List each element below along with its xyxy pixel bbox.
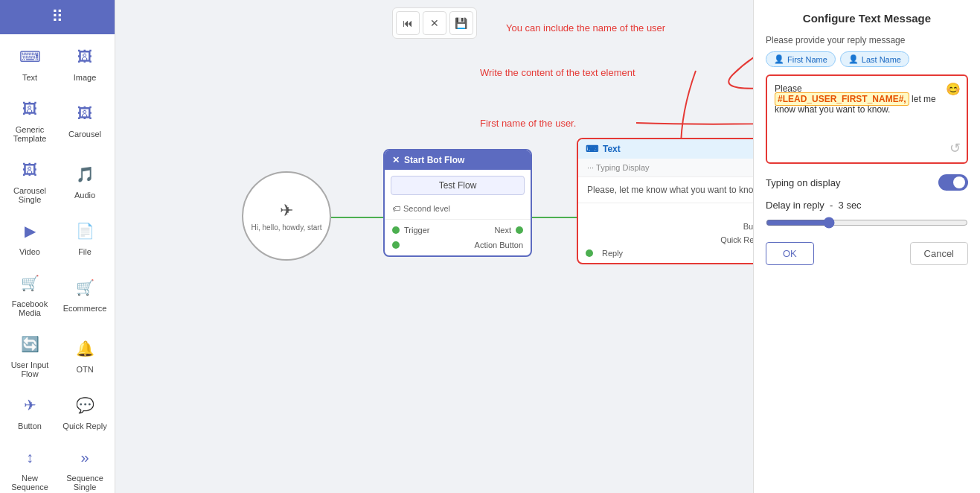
- tag-row: 👤 First Name 👤 Last Name: [766, 51, 968, 67]
- quick-reply-icon: 💬: [71, 392, 98, 419]
- sidebar-item-user-input-flow[interactable]: 🔄 User Input Flow: [3, 325, 57, 384]
- bot-flow-subtitle: 🏷 Second level: [385, 201, 531, 219]
- audio-icon: 🎵: [71, 161, 98, 188]
- delay-row: Delay in reply - 3 sec: [766, 200, 968, 211]
- sidebar-item-otn[interactable]: 🔔 OTN: [58, 325, 112, 384]
- sidebar-header: ⠿: [0, 0, 115, 34]
- grid-icon: ⠿: [51, 7, 63, 27]
- text-icon: ⌨: [16, 43, 43, 70]
- start-node[interactable]: ✈ Hi, hello, howdy, start: [242, 171, 331, 261]
- emoji-button[interactable]: 😊: [946, 82, 961, 96]
- video-icon: ▶: [16, 217, 43, 244]
- message-box[interactable]: 😊 Please #LEAD_USER_FIRST_NAME#, let me …: [766, 74, 968, 164]
- refresh-button[interactable]: ↺: [949, 140, 961, 156]
- text-node-content: Please, let me know what you want to kno…: [578, 177, 753, 203]
- facebook-media-icon: 🛒: [16, 270, 43, 296]
- sidebar-item-generic-template[interactable]: 🖼 Generic Template: [3, 89, 57, 149]
- image-icon: 🖼: [71, 43, 98, 70]
- bot-flow-icon: ✕: [392, 155, 400, 165]
- sidebar-item-carousel[interactable]: 🖼 Carousel: [58, 89, 112, 149]
- text-node-icon: ⌨: [586, 144, 598, 154]
- sidebar-item-facebook-media[interactable]: 🛒 Facebook Media: [3, 264, 57, 323]
- toolbar-save-btn[interactable]: 💾: [449, 11, 473, 35]
- sidebar-grid: ⌨ Text 🖼 Image 🖼 Generic Template 🖼 Caro…: [0, 34, 115, 493]
- text-node-ports: Next Buttons Quick Replies Reply: [578, 203, 753, 263]
- sidebar-item-button[interactable]: ✈ Button: [3, 386, 57, 436]
- canvas-toolbar: ⏮ ✕ 💾: [392, 7, 477, 39]
- typing-toggle[interactable]: [938, 174, 968, 191]
- sidebar-item-audio[interactable]: 🎵 Audio: [58, 150, 112, 210]
- bot-flow-title: Test Flow: [391, 176, 525, 195]
- text-node-port-quick-replies: Quick Replies: [578, 233, 753, 246]
- canvas: ⏮ ✕ 💾 You can include the name of the us…: [115, 0, 753, 493]
- text-node-port-reply: Reply: [578, 246, 753, 260]
- bot-flow-node[interactable]: ✕ Start Bot Flow Test Flow 🏷 Second leve…: [383, 149, 532, 257]
- plane-icon: ✈: [280, 201, 293, 220]
- text-node-typing: ··· Typing Display 3 sec: [578, 159, 753, 177]
- sidebar-item-file[interactable]: 📄 File: [58, 211, 112, 262]
- bot-flow-port-trigger: Trigger Next: [385, 223, 531, 238]
- action-dot: [392, 241, 400, 249]
- generic-template-icon: 🖼: [16, 95, 43, 122]
- ecommerce-icon: 🛒: [71, 274, 98, 301]
- sidebar-item-new-sequence[interactable]: ↕ New Sequence: [3, 438, 57, 493]
- otn-icon: 🔔: [71, 335, 98, 362]
- sidebar-item-sequence-single[interactable]: » Sequence Single: [58, 438, 112, 493]
- next-dot: [516, 226, 523, 234]
- toggle-row: Typing on display: [766, 174, 968, 191]
- right-panel: Configure Text Message Please provide yo…: [753, 0, 980, 493]
- cancel-button[interactable]: Cancel: [910, 242, 968, 265]
- panel-title: Configure Text Message: [766, 12, 968, 25]
- delay-label: Delay in reply: [766, 200, 824, 211]
- typing-label: Typing on display: [766, 177, 840, 188]
- sidebar: ⠿ ⌨ Text 🖼 Image 🖼 Generic Template 🖼 Ca…: [0, 0, 115, 493]
- delay-value: 3 sec: [839, 200, 862, 211]
- sidebar-item-video[interactable]: ▶ Video: [3, 211, 57, 262]
- text-node-port-buttons: Buttons: [578, 220, 753, 233]
- person-icon2: 👤: [848, 54, 859, 64]
- panel-buttons: OK Cancel: [766, 242, 968, 265]
- trigger-dot: [392, 226, 400, 234]
- annotation-name: You can include the name of the user: [506, 22, 665, 34]
- ok-button[interactable]: OK: [766, 242, 814, 265]
- sidebar-item-ecommerce[interactable]: 🛒 Ecommerce: [58, 264, 112, 323]
- toolbar-close-btn[interactable]: ✕: [423, 11, 446, 35]
- delay-slider[interactable]: [766, 217, 968, 229]
- annotation-content: Write the content of the text element: [480, 67, 635, 78]
- text-node[interactable]: ⌨ Text ··· Typing Display 3 sec Please, …: [577, 138, 753, 264]
- sequence-single-icon: »: [71, 444, 98, 471]
- sidebar-item-quick-reply[interactable]: 💬 Quick Reply: [58, 386, 112, 436]
- tag-last-name[interactable]: 👤 Last Name: [840, 51, 909, 67]
- carousel-single-icon: 🖼: [16, 156, 43, 183]
- reply-label: Please provide your reply message: [766, 35, 968, 45]
- reply-port-dot: [586, 249, 593, 257]
- annotation-firstname: First name of the user.: [480, 118, 576, 129]
- sidebar-item-image[interactable]: 🖼 Image: [58, 37, 112, 88]
- text-node-header: ⌨ Text: [578, 139, 753, 159]
- bot-flow-header: ✕ Start Bot Flow: [385, 150, 531, 170]
- carousel-icon: 🖼: [71, 100, 98, 127]
- button-icon: ✈: [16, 392, 43, 419]
- tag-icon: 🏷: [392, 204, 400, 213]
- sidebar-item-text[interactable]: ⌨ Text: [3, 37, 57, 88]
- toolbar-back-btn[interactable]: ⏮: [396, 11, 420, 35]
- sidebar-item-carousel-single[interactable]: 🖼 Carousel Single: [3, 150, 57, 210]
- text-node-port-next: Next: [578, 206, 753, 220]
- file-icon: 📄: [71, 217, 98, 244]
- tag-first-name[interactable]: 👤 First Name: [766, 51, 836, 67]
- bot-flow-port-action: Action Button: [385, 238, 531, 252]
- bot-flow-ports: Trigger Next Action Button: [385, 219, 531, 255]
- person-icon: 👤: [774, 54, 784, 64]
- user-input-flow-icon: 🔄: [16, 331, 43, 357]
- new-sequence-icon: ↕: [16, 444, 43, 471]
